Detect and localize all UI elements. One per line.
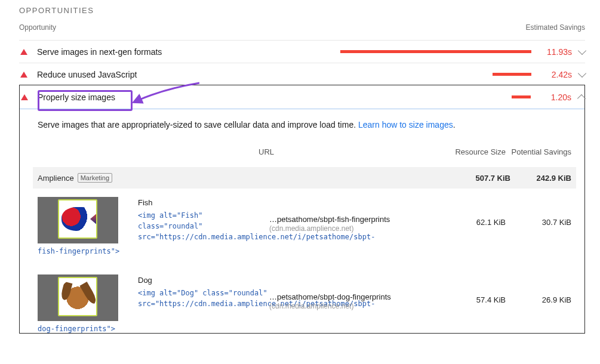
warning-triangle-icon xyxy=(21,94,28,100)
resource-url-path: …petsathome/sbpt-dog-fingerprints xyxy=(269,292,391,301)
potential-savings: 26.9 KiB xyxy=(506,274,571,333)
warning-triangle-icon xyxy=(20,49,27,55)
group-potential-savings: 242.9 KiB xyxy=(510,174,576,183)
col-header-url: URL xyxy=(38,147,282,156)
resource-row: dog-fingerprints"> Dog <img alt="Dog" cl… xyxy=(38,266,571,333)
section-title: OPPORTUNITIES xyxy=(19,6,585,15)
resource-row: fish-fingerprints"> Fish <img alt="Fish"… xyxy=(38,189,571,255)
fish-icon xyxy=(61,207,94,231)
opportunity-row[interactable]: Serve images in next-gen formats 11.93s xyxy=(19,40,585,63)
resource-name: Fish xyxy=(138,197,269,209)
resource-table: URL Resource Size Potential Savings Ampl… xyxy=(38,143,571,333)
savings-bar xyxy=(512,95,531,98)
resource-url-path: …petsathome/sbpt-fish-fingerprints xyxy=(269,215,390,224)
col-header-savings: Estimated Savings xyxy=(526,23,585,32)
dog-icon xyxy=(63,283,92,310)
opportunity-details: Serve images that are appropriately-size… xyxy=(20,109,584,333)
opportunity-row[interactable]: Reduce unused JavaScript 2.42s xyxy=(19,63,585,85)
learn-more-link[interactable]: Learn how to size images xyxy=(358,120,453,129)
opportunity-time: 11.93s xyxy=(542,47,572,57)
group-resource-size: 507.7 KiB xyxy=(475,174,510,183)
table-header-row: URL Resource Size Potential Savings xyxy=(38,143,571,167)
chevron-down-icon xyxy=(578,69,586,77)
warning-triangle-icon xyxy=(20,72,27,78)
resource-size: 57.4 KiB xyxy=(413,274,506,333)
thumbnail-caption: fish-fingerprints"> xyxy=(38,247,138,255)
resource-url-host: (cdn.media.amplience.net) xyxy=(269,302,353,310)
opportunity-row[interactable]: Properly size images 1.20s xyxy=(20,85,584,109)
thumbnail-caption: dog-fingerprints"> xyxy=(38,325,138,333)
resource-code-snippet: <img alt="Dog" class="roundal" src="http… xyxy=(138,288,269,309)
savings-bar xyxy=(493,73,531,76)
col-header-potential-savings: Potential Savings xyxy=(506,147,571,156)
col-header-opportunity: Opportunity xyxy=(19,23,526,32)
opportunity-expanded: Properly size images 1.20s Serve images … xyxy=(19,85,585,334)
opportunity-title: Properly size images xyxy=(38,92,115,102)
opportunity-time: 1.20s xyxy=(541,92,571,102)
resource-thumbnail[interactable] xyxy=(38,197,118,243)
col-header-resource-size: Resource Size xyxy=(282,147,506,156)
savings-bar xyxy=(340,50,531,53)
columns-header: Opportunity Estimated Savings xyxy=(19,23,585,32)
resource-thumbnail[interactable] xyxy=(38,274,118,321)
group-tag: Marketing xyxy=(78,173,112,183)
chevron-up-icon xyxy=(577,94,586,102)
opportunity-description: Serve images that are appropriately-size… xyxy=(38,120,571,129)
resource-size: 62.1 KiB xyxy=(413,197,506,255)
resource-group-row: Amplience Marketing 507.7 KiB 242.9 KiB xyxy=(33,167,576,189)
desc-suffix: . xyxy=(453,120,456,129)
potential-savings: 30.7 KiB xyxy=(506,197,571,255)
opportunity-title: Reduce unused JavaScript xyxy=(37,70,137,79)
resource-url-host: (cdn.media.amplience.net) xyxy=(269,224,353,233)
desc-text: Serve images that are appropriately-size… xyxy=(38,120,358,129)
opportunity-time: 2.42s xyxy=(542,70,572,79)
resource-code-snippet: <img alt="Fish" class="roundal" src="htt… xyxy=(138,210,269,242)
resource-name: Dog xyxy=(138,274,269,286)
group-label: Amplience xyxy=(38,174,74,183)
opportunity-title: Serve images in next-gen formats xyxy=(37,47,162,57)
chevron-down-icon xyxy=(578,46,586,54)
